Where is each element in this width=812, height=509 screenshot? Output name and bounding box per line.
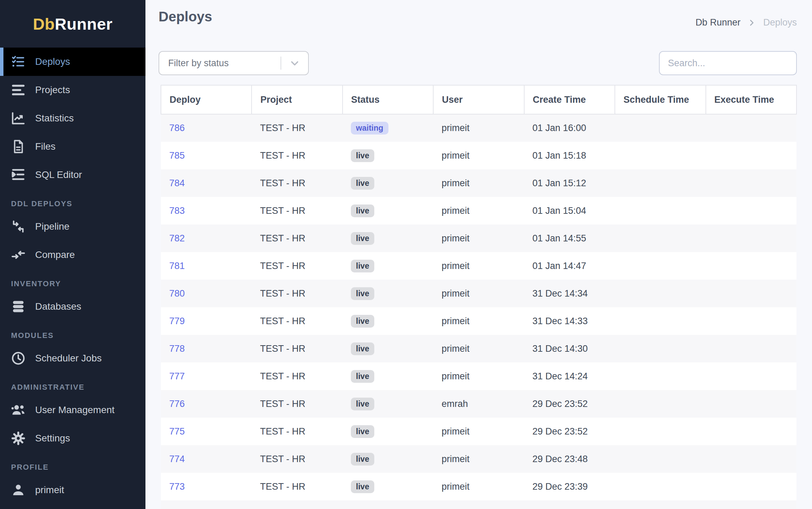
breadcrumb-root-link[interactable]: Db Runner bbox=[696, 17, 741, 28]
create-time-cell: 01 Jan 16:00 bbox=[524, 114, 615, 142]
sidebar-item-sql-editor[interactable]: SQL Editor bbox=[0, 161, 145, 189]
project-cell: TEST - HR bbox=[252, 418, 342, 445]
deploy-cell: 782 bbox=[161, 224, 252, 252]
sidebar-item-compare[interactable]: Compare bbox=[0, 241, 145, 269]
deploy-link[interactable]: 781 bbox=[169, 261, 185, 271]
sidebar-item-pipeline[interactable]: Pipeline bbox=[0, 212, 145, 241]
deploys-table: Deploy Project Status User Create Time S… bbox=[161, 85, 797, 509]
brand-logo[interactable]: DbRunner bbox=[0, 0, 145, 48]
search-input[interactable] bbox=[659, 51, 797, 75]
sidebar-item-profile-user[interactable]: primeit bbox=[0, 476, 145, 504]
status-badge: live bbox=[351, 425, 374, 438]
deploy-link[interactable]: 783 bbox=[169, 206, 185, 216]
deploy-link[interactable]: 782 bbox=[169, 233, 185, 243]
deploy-link[interactable]: 773 bbox=[169, 481, 185, 492]
user-cell: primeit bbox=[433, 252, 524, 280]
users-icon bbox=[10, 402, 26, 418]
sidebar-item-statistics[interactable]: Statistics bbox=[0, 104, 145, 132]
deploy-link[interactable]: 780 bbox=[169, 288, 185, 299]
execute-time-cell bbox=[706, 473, 796, 500]
deploy-link[interactable]: 776 bbox=[169, 399, 185, 409]
sidebar-item-databases[interactable]: Databases bbox=[0, 292, 145, 321]
filter-divider bbox=[281, 57, 281, 70]
table-row: 778 TEST - HR live primeit 31 Dec 14:30 bbox=[161, 335, 796, 362]
execute-time-cell bbox=[706, 224, 796, 252]
project-cell: TEST - HR bbox=[252, 142, 342, 169]
execute-time-cell bbox=[706, 362, 796, 390]
breadcrumb: Db Runner Deploys bbox=[696, 17, 797, 28]
create-time-cell: 29 Dec 23:52 bbox=[524, 418, 615, 445]
status-badge: live bbox=[351, 480, 374, 493]
sidebar-item-projects[interactable]: Projects bbox=[0, 76, 145, 104]
create-time-cell: 01 Jan 14:55 bbox=[524, 224, 615, 252]
deploy-link[interactable]: 784 bbox=[169, 178, 185, 188]
sidebar-item-settings[interactable]: Settings bbox=[0, 424, 145, 452]
status-badge: live bbox=[351, 149, 374, 162]
schedule-time-cell bbox=[615, 307, 706, 335]
deploy-link[interactable]: 785 bbox=[169, 150, 185, 161]
deploy-cell: 786 bbox=[161, 114, 252, 142]
sidebar-item-label: Files bbox=[35, 141, 55, 152]
deploy-cell: 783 bbox=[161, 197, 252, 224]
create-time-cell: 01 Jan 15:18 bbox=[524, 142, 615, 169]
deploy-link[interactable]: 779 bbox=[169, 316, 185, 326]
main-content: Deploys Db Runner Deploys Filter by stat… bbox=[145, 0, 812, 509]
file-icon bbox=[10, 139, 26, 154]
sidebar-item-deploys[interactable]: Deploys bbox=[0, 48, 145, 76]
sidebar-item-user-management[interactable]: User Management bbox=[0, 396, 145, 424]
table-row: 777 TEST - HR live primeit 31 Dec 14:24 bbox=[161, 362, 796, 390]
status-badge: live bbox=[351, 260, 374, 272]
table-row: 785 TEST - HR live primeit 01 Jan 15:18 bbox=[161, 142, 796, 169]
deploy-link[interactable]: 778 bbox=[169, 343, 185, 354]
user-cell: emrah bbox=[433, 390, 524, 418]
sidebar-item-label: Scheduler Jobs bbox=[35, 353, 102, 364]
sidebar-item-label: Pipeline bbox=[35, 221, 70, 232]
clock-icon bbox=[10, 350, 26, 366]
deploy-cell: 773 bbox=[161, 473, 252, 500]
table-row: 784 TEST - HR live primeit 01 Jan 15:12 bbox=[161, 169, 796, 197]
deploy-cell: 776 bbox=[161, 390, 252, 418]
execute-time-cell bbox=[706, 390, 796, 418]
schedule-time-cell bbox=[615, 473, 706, 500]
deploy-link[interactable]: 775 bbox=[169, 426, 185, 437]
project-cell: TEST - HR bbox=[252, 252, 342, 280]
status-cell: live bbox=[343, 473, 433, 500]
deploy-cell: 774 bbox=[161, 445, 252, 473]
sidebar-item-label: primeit bbox=[35, 485, 64, 496]
user-cell: primeit bbox=[433, 197, 524, 224]
user-icon bbox=[10, 482, 26, 498]
schedule-time-cell bbox=[615, 142, 706, 169]
status-badge: live bbox=[351, 287, 374, 300]
user-cell: primeit bbox=[433, 307, 524, 335]
chevron-down-icon bbox=[289, 57, 301, 69]
deploy-link[interactable]: 774 bbox=[169, 454, 185, 464]
user-cell: primeit bbox=[433, 362, 524, 390]
sidebar: DbRunner Deploys Projects bbox=[0, 0, 145, 509]
status-badge: live bbox=[351, 177, 374, 190]
status-filter-select[interactable]: Filter by status bbox=[159, 51, 309, 75]
table-row: 786 TEST - HR waiting primeit 01 Jan 16:… bbox=[161, 114, 796, 142]
sidebar-item-files[interactable]: Files bbox=[0, 132, 145, 161]
schedule-time-cell bbox=[615, 114, 706, 142]
create-time-cell: 31 Dec 14:34 bbox=[524, 280, 615, 307]
col-header-schedule-time: Schedule Time bbox=[615, 85, 706, 114]
sidebar-item-scheduler-jobs[interactable]: Scheduler Jobs bbox=[0, 344, 145, 372]
create-time-cell: 31 Dec 14:30 bbox=[524, 335, 615, 362]
deploy-link[interactable]: 777 bbox=[169, 371, 185, 381]
sidebar-section-ddl-deploys: DDL DEPLOYS bbox=[0, 189, 145, 212]
schedule-time-cell bbox=[615, 335, 706, 362]
sidebar-section-profile: PROFILE bbox=[0, 452, 145, 476]
create-time-cell: 01 Jan 15:04 bbox=[524, 197, 615, 224]
status-cell: waiting bbox=[343, 114, 433, 142]
col-header-status: Status bbox=[343, 85, 433, 114]
brand-part-db: Db bbox=[33, 14, 55, 33]
create-time-cell: 31 Dec 14:33 bbox=[524, 307, 615, 335]
execute-time-cell bbox=[706, 418, 796, 445]
user-cell: primeit bbox=[433, 418, 524, 445]
project-cell: TEST - HR bbox=[252, 307, 342, 335]
schedule-time-cell bbox=[615, 390, 706, 418]
project-cell: TEST - HR bbox=[252, 390, 342, 418]
deploy-link[interactable]: 786 bbox=[169, 123, 185, 133]
project-cell: TEST - HR bbox=[252, 114, 342, 142]
sidebar-item-label: Deploys bbox=[35, 56, 70, 67]
